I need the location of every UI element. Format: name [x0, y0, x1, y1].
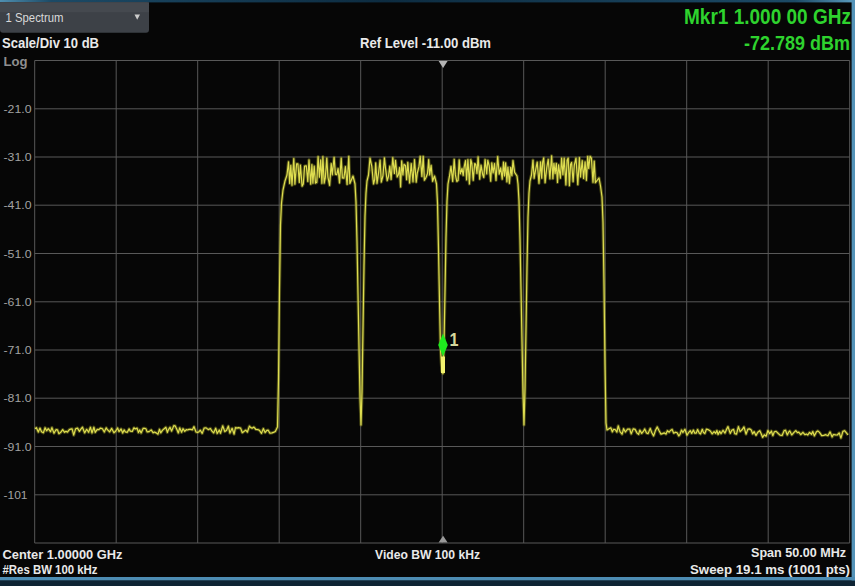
svg-text:-81.0: -81.0 — [4, 392, 32, 404]
svg-text:-51.0: -51.0 — [4, 248, 32, 260]
svg-text:1 Spectrum: 1 Spectrum — [6, 10, 64, 25]
svg-text:-72.789 dBm: -72.789 dBm — [744, 31, 850, 54]
svg-text:Mkr1 1.000 00 GHz: Mkr1 1.000 00 GHz — [684, 4, 851, 29]
svg-text:-91.0: -91.0 — [4, 441, 32, 453]
svg-text:-21.0: -21.0 — [4, 103, 32, 115]
svg-text:-41.0: -41.0 — [4, 199, 32, 211]
svg-text:1: 1 — [450, 330, 459, 350]
svg-text:Center 1.00000 GHz: Center 1.00000 GHz — [3, 547, 123, 562]
svg-text:-31.0: -31.0 — [4, 151, 32, 163]
svg-text:Ref Level -11.00 dBm: Ref Level -11.00 dBm — [360, 35, 491, 51]
svg-text:Scale/Div 10 dB: Scale/Div 10 dB — [2, 35, 99, 51]
svg-text:-71.0: -71.0 — [4, 344, 32, 356]
svg-text:Sweep 19.1 ms (1001 pts): Sweep 19.1 ms (1001 pts) — [690, 562, 850, 577]
svg-text:-101: -101 — [4, 489, 28, 501]
svg-text:Video BW 100 kHz: Video BW 100 kHz — [375, 547, 480, 562]
svg-text:Span 50.00 MHz: Span 50.00 MHz — [751, 545, 846, 560]
svg-text:#Res BW 100 kHz: #Res BW 100 kHz — [3, 562, 98, 577]
svg-text:Log: Log — [4, 54, 28, 69]
svg-text:-61.0: -61.0 — [4, 296, 32, 308]
